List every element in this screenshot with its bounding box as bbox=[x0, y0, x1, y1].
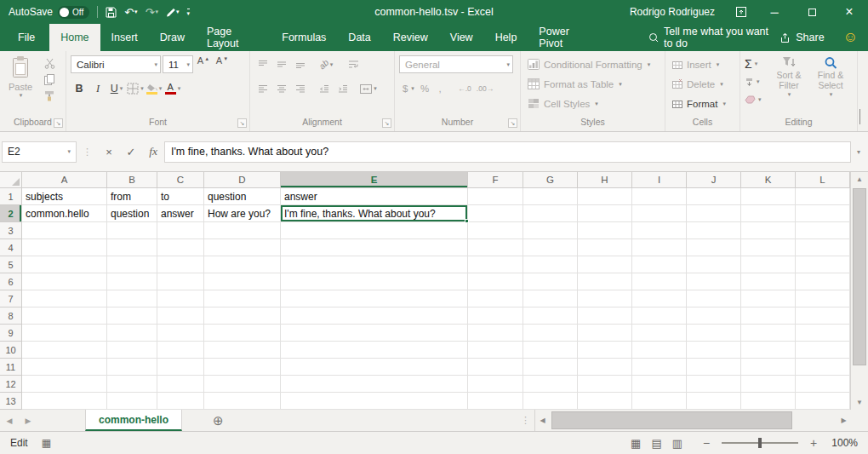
sheet-tab-common-hello[interactable]: common-hello bbox=[85, 410, 182, 431]
cell-I9[interactable] bbox=[632, 325, 687, 342]
cell-E5[interactable] bbox=[281, 256, 468, 273]
tab-page-layout[interactable]: Page Layout bbox=[196, 24, 271, 51]
scroll-up-icon[interactable]: ▲ bbox=[851, 172, 868, 187]
cell-F10[interactable] bbox=[468, 342, 523, 359]
delete-cells-button[interactable]: Delete▾ bbox=[670, 74, 735, 94]
vertical-scrollbar[interactable]: ▲ ▼ bbox=[850, 172, 868, 410]
cell-L4[interactable] bbox=[796, 239, 850, 256]
cell-K5[interactable] bbox=[741, 256, 796, 273]
column-header-K[interactable]: K bbox=[741, 172, 796, 188]
account-name[interactable]: Rodrigo Rodriguez bbox=[630, 6, 715, 18]
tab-review[interactable]: Review bbox=[382, 24, 439, 51]
borders-button[interactable]: ▾ bbox=[127, 79, 144, 98]
cell-C12[interactable] bbox=[157, 376, 204, 393]
cell-A9[interactable] bbox=[22, 325, 107, 342]
cell-B10[interactable] bbox=[107, 342, 157, 359]
cell-B11[interactable] bbox=[107, 359, 157, 376]
format-as-table-button[interactable]: Format as Table▾ bbox=[525, 74, 660, 94]
percent-style-button[interactable]: % bbox=[418, 79, 431, 98]
decrease-decimal-button[interactable]: .00→ bbox=[476, 79, 494, 98]
cell-G4[interactable] bbox=[523, 239, 578, 256]
zoom-slider[interactable] bbox=[722, 442, 798, 444]
cell-H3[interactable] bbox=[578, 222, 632, 239]
cell-J6[interactable] bbox=[687, 273, 741, 290]
cell-D7[interactable] bbox=[204, 290, 281, 307]
cell-C9[interactable] bbox=[157, 325, 204, 342]
cell-L6[interactable] bbox=[796, 273, 850, 290]
cell-F13[interactable] bbox=[468, 393, 523, 410]
cell-J11[interactable] bbox=[687, 359, 741, 376]
tab-draw[interactable]: Draw bbox=[149, 24, 196, 51]
cell-C7[interactable] bbox=[157, 290, 204, 307]
cell-A2[interactable]: common.hello bbox=[22, 205, 107, 222]
cell-C5[interactable] bbox=[157, 256, 204, 273]
cell-B5[interactable] bbox=[107, 256, 157, 273]
cell-E1[interactable]: answer bbox=[281, 188, 468, 205]
page-layout-view-button[interactable]: ▤ bbox=[651, 437, 661, 450]
cell-B9[interactable] bbox=[107, 325, 157, 342]
cell-D12[interactable] bbox=[204, 376, 281, 393]
cell-B1[interactable]: from bbox=[107, 188, 157, 205]
macro-record-icon[interactable]: ▦ bbox=[42, 437, 51, 449]
column-header-I[interactable]: I bbox=[632, 172, 687, 188]
previous-sheet-button[interactable]: ◀ bbox=[0, 410, 19, 431]
enter-entry-button[interactable]: ✓ bbox=[120, 141, 142, 163]
row-header-11[interactable]: 11 bbox=[0, 359, 22, 376]
middle-align-button[interactable] bbox=[273, 55, 290, 74]
cell-E11[interactable] bbox=[281, 359, 468, 376]
alignment-dialog-launcher[interactable]: ↘ bbox=[382, 118, 391, 128]
cell-D13[interactable] bbox=[204, 393, 281, 410]
cell-I3[interactable] bbox=[632, 222, 687, 239]
cell-F1[interactable] bbox=[468, 188, 523, 205]
column-header-E[interactable]: E bbox=[281, 172, 468, 188]
cell-F6[interactable] bbox=[468, 273, 523, 290]
wrap-text-button[interactable] bbox=[345, 55, 362, 74]
cell-C6[interactable] bbox=[157, 273, 204, 290]
cell-L12[interactable] bbox=[796, 376, 850, 393]
cell-I11[interactable] bbox=[632, 359, 687, 376]
column-header-J[interactable]: J bbox=[687, 172, 741, 188]
expand-formula-bar-button[interactable]: ▾ bbox=[851, 148, 866, 156]
cell-F3[interactable] bbox=[468, 222, 523, 239]
cell-A8[interactable] bbox=[22, 307, 107, 325]
cell-G9[interactable] bbox=[523, 325, 578, 342]
italic-button[interactable]: I bbox=[89, 79, 106, 98]
cell-J8[interactable] bbox=[687, 307, 741, 325]
cell-B8[interactable] bbox=[107, 307, 157, 325]
bottom-align-button[interactable] bbox=[292, 55, 309, 74]
cell-C4[interactable] bbox=[157, 239, 204, 256]
bold-button[interactable]: B bbox=[71, 79, 88, 98]
cell-I6[interactable] bbox=[632, 273, 687, 290]
row-header-12[interactable]: 12 bbox=[0, 376, 22, 393]
cell-J2[interactable] bbox=[687, 205, 741, 222]
column-header-B[interactable]: B bbox=[107, 172, 157, 188]
cell-A12[interactable] bbox=[22, 376, 107, 393]
cell-E6[interactable] bbox=[281, 273, 468, 290]
cell-L13[interactable] bbox=[796, 393, 850, 410]
cell-E12[interactable] bbox=[281, 376, 468, 393]
row-header-10[interactable]: 10 bbox=[0, 342, 22, 359]
zoom-in-button[interactable]: + bbox=[808, 436, 819, 450]
tab-help[interactable]: Help bbox=[484, 24, 528, 51]
underline-button[interactable]: U▾ bbox=[108, 79, 125, 98]
sheetbar-resizer[interactable]: ⋮ bbox=[517, 415, 534, 426]
vertical-scroll-thumb[interactable] bbox=[853, 188, 866, 365]
cell-I5[interactable] bbox=[632, 256, 687, 273]
cell-K3[interactable] bbox=[741, 222, 796, 239]
cell-L7[interactable] bbox=[796, 290, 850, 307]
cell-A7[interactable] bbox=[22, 290, 107, 307]
column-header-A[interactable]: A bbox=[22, 172, 107, 188]
tab-data[interactable]: Data bbox=[337, 24, 381, 51]
cell-G13[interactable] bbox=[523, 393, 578, 410]
close-button[interactable]: × bbox=[831, 0, 868, 24]
cell-E3[interactable] bbox=[281, 222, 468, 239]
cell-E2[interactable]: I'm fine, thanks. What about you? bbox=[281, 205, 468, 222]
cell-C8[interactable] bbox=[157, 307, 204, 325]
cell-G6[interactable] bbox=[523, 273, 578, 290]
fill-button[interactable]: ▾ bbox=[745, 73, 767, 90]
cell-I4[interactable] bbox=[632, 239, 687, 256]
number-format-combo[interactable]: General ▾ bbox=[399, 55, 513, 73]
find-select-button[interactable]: Find & Select▾ bbox=[811, 55, 850, 116]
row-header-5[interactable]: 5 bbox=[0, 256, 22, 273]
cell-H7[interactable] bbox=[578, 290, 632, 307]
